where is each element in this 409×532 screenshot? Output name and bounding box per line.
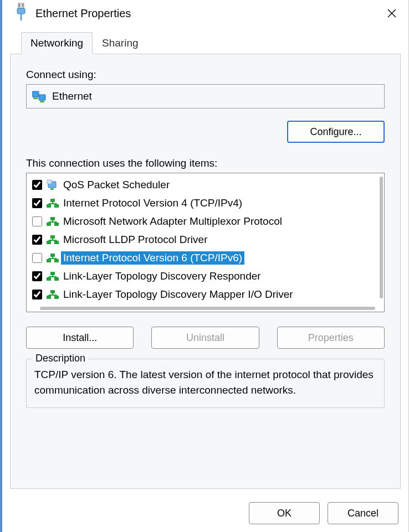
item-checkbox[interactable] (32, 180, 42, 190)
svg-rect-9 (33, 97, 38, 99)
list-item[interactable]: QoS Packet Scheduler (31, 175, 375, 194)
item-label: Microsoft LLDP Protocol Driver (61, 233, 209, 246)
description-group: Description TCP/IP version 6. The latest… (26, 359, 385, 408)
svg-rect-14 (50, 199, 55, 202)
adapter-name: Ethernet (52, 90, 92, 102)
svg-rect-16 (54, 204, 59, 208)
ethernet-plug-icon (16, 3, 27, 22)
svg-rect-30 (54, 241, 59, 244)
protocol-icon (47, 271, 59, 282)
item-label: QoS Packet Scheduler (61, 178, 172, 192)
uninstall-button[interactable]: Uninstall (151, 327, 259, 349)
qos-icon (47, 179, 59, 190)
svg-rect-15 (47, 204, 51, 208)
list-item[interactable]: Microsoft LLDP Protocol Driver (31, 230, 375, 249)
description-legend: Description (32, 353, 89, 364)
svg-rect-50 (47, 296, 51, 299)
item-checkbox[interactable] (32, 271, 42, 281)
protocol-icon (47, 252, 59, 264)
svg-rect-23 (54, 223, 59, 226)
item-label: Link-Layer Topology Discovery Responder (61, 270, 263, 283)
svg-rect-7 (32, 91, 39, 97)
list-item[interactable]: Link-Layer Topology Discovery Mapper I/O… (31, 285, 375, 303)
svg-rect-44 (54, 277, 59, 281)
item-checkbox[interactable] (32, 235, 42, 245)
item-checkbox[interactable] (32, 290, 42, 299)
scrollbar-horizontal[interactable] (40, 307, 375, 310)
svg-rect-36 (47, 259, 51, 262)
item-label: Link-Layer Topology Discovery Mapper I/O… (61, 288, 295, 301)
tab-networking[interactable]: Networking (21, 32, 93, 54)
svg-rect-28 (50, 235, 55, 239)
svg-rect-22 (47, 223, 51, 226)
item-checkbox[interactable] (32, 198, 42, 208)
svg-rect-29 (47, 241, 51, 244)
protocol-icon (47, 289, 59, 300)
svg-rect-42 (50, 272, 55, 275)
svg-rect-12 (47, 180, 52, 184)
items-caption: This connection uses the following items… (26, 157, 385, 169)
tabstrip: Networking Sharing (10, 32, 401, 54)
svg-rect-13 (50, 188, 54, 190)
svg-rect-8 (39, 95, 45, 100)
protocol-icon (47, 234, 59, 245)
items-listbox[interactable]: QoS Packet SchedulerInternet Protocol Ve… (26, 173, 385, 312)
scrollbar-vertical[interactable] (380, 177, 383, 298)
item-checkbox[interactable] (32, 253, 42, 263)
tab-sharing[interactable]: Sharing (93, 32, 148, 54)
close-icon (387, 8, 397, 18)
list-item[interactable]: Microsoft Network Adapter Multiplexor Pr… (31, 212, 375, 230)
svg-rect-35 (50, 254, 55, 257)
item-label: Microsoft Network Adapter Multiplexor Pr… (61, 215, 284, 228)
svg-rect-37 (54, 259, 59, 262)
svg-rect-43 (47, 277, 51, 281)
adapter-display[interactable]: Ethernet (26, 84, 385, 109)
close-button[interactable] (383, 4, 401, 22)
cancel-button[interactable]: Cancel (328, 502, 398, 524)
dialog-footer: OK Cancel (249, 502, 398, 524)
svg-rect-3 (17, 8, 25, 14)
item-label: Internet Protocol Version 4 (TCP/IPv4) (61, 197, 244, 210)
window-title: Ethernet Properties (35, 7, 383, 20)
titlebar: Ethernet Properties (2, 0, 408, 27)
list-item[interactable]: Internet Protocol Version 4 (TCP/IPv4) (31, 194, 375, 212)
ok-button[interactable]: OK (249, 502, 320, 524)
configure-button[interactable]: Configure... (287, 121, 385, 143)
nic-icon (32, 90, 47, 102)
svg-rect-21 (50, 217, 55, 220)
svg-rect-10 (40, 101, 44, 102)
svg-rect-49 (50, 290, 55, 293)
list-item[interactable]: Link-Layer Topology Discovery Responder (31, 267, 375, 285)
svg-rect-1 (19, 4, 20, 7)
protocol-icon (47, 198, 59, 209)
protocol-icon (47, 216, 59, 227)
description-text: TCP/IP version 6. The latest version of … (34, 367, 376, 397)
svg-rect-2 (22, 4, 23, 7)
item-checkbox[interactable] (32, 216, 42, 226)
item-label: Internet Protocol Version 6 (TCP/IPv6) (61, 251, 244, 265)
tab-panel-networking: Connect using: Ethernet Configure... Thi… (10, 54, 401, 489)
list-item[interactable]: Internet Protocol Version 6 (TCP/IPv6) (31, 249, 375, 267)
connect-using-label: Connect using: (26, 69, 385, 81)
properties-button[interactable]: Properties (277, 327, 385, 349)
svg-rect-51 (54, 296, 59, 299)
install-button[interactable]: Install... (26, 327, 134, 349)
